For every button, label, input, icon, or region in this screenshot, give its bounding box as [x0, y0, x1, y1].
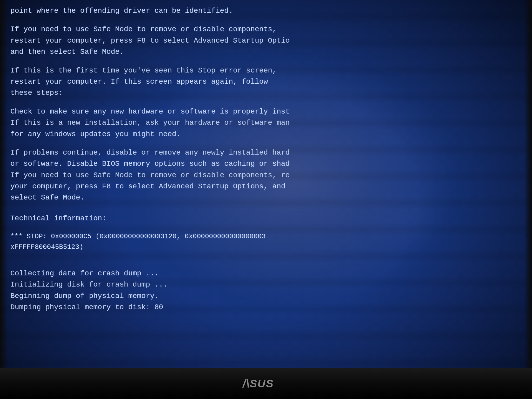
- technical-label: Technical information:: [10, 213, 522, 224]
- bsod-line-1: point where the offending driver can be …: [10, 5, 522, 16]
- bsod-line-2: If you need to use Safe Mode to remove o…: [10, 24, 522, 35]
- bsod-line-3: restart your computer, press F8 to selec…: [10, 35, 522, 46]
- bsod-line-8: Check to make sure any new hardware or s…: [10, 106, 522, 117]
- bsod-line-12: or software. Disable BIOS memory options…: [10, 158, 522, 169]
- bsod-line-4: and then select Safe Mode.: [10, 46, 522, 57]
- bsod-content: point where the offending driver can be …: [0, 0, 532, 318]
- bsod-line-11: If problems continue, disable or remove …: [10, 147, 522, 158]
- bsod-line-14: your computer, press F8 to select Advanc…: [10, 181, 522, 192]
- bsod-line-9: If this is a new installation, ask your …: [10, 117, 522, 128]
- bsod-line-5: If this is the first time you've seen th…: [10, 65, 522, 76]
- dump-line-2: Initializing disk for crash dump ...: [10, 279, 522, 290]
- bezel-left: [0, 0, 8, 399]
- dump-line-4: Dumping physical memory to disk: 80: [10, 302, 522, 313]
- stop-code-line2: xFFFFF800045B5123): [10, 242, 522, 252]
- dump-line-1: Collecting data for crash dump ...: [10, 268, 522, 279]
- dump-section: Collecting data for crash dump ... Initi…: [10, 268, 522, 313]
- bsod-line-6: restart your computer. If this screen ap…: [10, 76, 522, 87]
- asus-logo: /\SUS: [240, 376, 292, 394]
- bsod-line-7: these steps:: [10, 87, 522, 98]
- bsod-screen: point where the offending driver can be …: [0, 0, 532, 399]
- svg-text:/\SUS: /\SUS: [242, 377, 274, 390]
- stop-code-line1: *** STOP: 0x000000C5 (0x0000000000000312…: [10, 231, 522, 242]
- bsod-line-15: select Safe Mode.: [10, 192, 522, 203]
- laptop-bezel-bottom: /\SUS: [0, 368, 532, 399]
- bsod-line-10: for any windows updates you might need.: [10, 129, 522, 140]
- dump-line-3: Beginning dump of physical memory.: [10, 290, 522, 302]
- bsod-line-13: If you need to use Safe Mode to remove o…: [10, 170, 522, 181]
- technical-section: Technical information: *** STOP: 0x00000…: [10, 213, 522, 252]
- bezel-right: [524, 0, 532, 399]
